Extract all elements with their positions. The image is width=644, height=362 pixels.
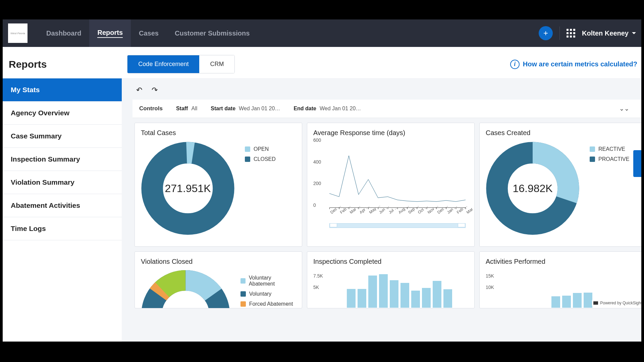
controls-bar: Controls StaffAll Start dateWed Jan 01 2… <box>132 100 641 118</box>
sidebar-item-violation-summary[interactable]: Violation Summary <box>3 171 122 194</box>
page-title: Reports <box>9 59 47 70</box>
segment-tab-crm[interactable]: CRM <box>199 55 234 73</box>
sidebar-item-case-summary[interactable]: Case Summary <box>3 125 122 148</box>
legend-item: REACTIVE <box>590 146 629 152</box>
card-violations-closed: Violations Closed Voluntary AbatementVol… <box>135 251 302 308</box>
card-title: Total Cases <box>141 129 296 137</box>
staff-filter[interactable]: StaffAll <box>176 106 197 112</box>
sidebar-item-abatement-activities[interactable]: Abatement Activities <box>3 194 122 217</box>
legend-item: PROACTIVE <box>590 156 629 162</box>
topbar: West Peoria DashboardReportsCasesCustome… <box>3 19 641 47</box>
total-cases-donut: 271.951K <box>141 141 235 235</box>
violations-closed-donut <box>141 267 230 308</box>
total-cases-value: 271.951K <box>165 182 211 195</box>
inspections-barchart: 5K7.5K <box>313 269 468 308</box>
separator <box>559 26 560 40</box>
card-title: Inspections Completed <box>313 258 468 265</box>
sidebar-item-inspection-summary[interactable]: Inspection Summary <box>3 148 122 171</box>
collapse-controls-icon[interactable]: ⌄⌄ <box>619 105 629 112</box>
nav-tab-reports[interactable]: Reports <box>89 19 131 47</box>
org-logo: West Peoria <box>8 23 28 43</box>
cases-created-donut: 16.982K <box>486 141 580 235</box>
subheader: Reports Code EnforcementCRM i How are ce… <box>3 47 641 78</box>
main-content: ↶ ↷ Controls StaffAll Start dateWed Jan … <box>122 78 641 342</box>
card-cases-created: Cases Created 16.982K REACTIVEPROACTIVE <box>479 123 641 247</box>
nav-tab-customer-submissions[interactable]: Customer Submissions <box>167 19 258 47</box>
card-total-cases: Total Cases 271.951K OPENCLOSED <box>135 123 302 247</box>
controls-label: Controls <box>139 105 163 112</box>
card-activities: Activities Performed 10K15K Powered by Q… <box>479 251 641 308</box>
card-title: Cases Created <box>486 129 641 137</box>
card-inspections: Inspections Completed 5K7.5K <box>307 251 475 308</box>
card-title: Average Response time (days) <box>313 129 468 137</box>
info-link-label: How are certain metrics calculated? <box>523 60 637 68</box>
card-title: Activities Performed <box>486 258 641 265</box>
segment-tab-code-enforcement[interactable]: Code Enforcement <box>127 55 199 73</box>
legend-item: Voluntary <box>240 291 296 297</box>
start-date-filter[interactable]: Start dateWed Jan 01 20… <box>211 106 280 112</box>
user-menu[interactable]: Kolten Keeney <box>582 29 636 37</box>
apps-grid-icon[interactable] <box>567 29 575 38</box>
sidebar-item-time-logs[interactable]: Time Logs <box>3 217 122 240</box>
sidebar-item-agency-overview[interactable]: Agency Overview <box>3 102 122 125</box>
report-toolbar: ↶ ↷ <box>132 84 641 100</box>
sidebar-item-my-stats[interactable]: My Stats <box>3 78 122 102</box>
undo-button[interactable]: ↶ <box>135 85 144 95</box>
powered-by-label: Powered by QuickSight <box>592 300 641 306</box>
legend-item: CLOSED <box>245 156 276 162</box>
chevron-down-icon <box>632 32 636 34</box>
help-side-tab[interactable] <box>633 150 641 177</box>
add-button[interactable]: + <box>539 26 553 40</box>
cases-created-value: 16.982K <box>513 182 552 195</box>
nav-tab-cases[interactable]: Cases <box>131 19 167 47</box>
time-range-slider[interactable] <box>329 223 466 228</box>
metrics-info-link[interactable]: i How are certain metrics calculated? <box>510 60 637 69</box>
nav-tabs: DashboardReportsCasesCustomer Submission… <box>38 19 258 47</box>
legend-item: Forced Abatement <box>240 301 296 307</box>
legend-item: Voluntary Abatement <box>240 275 296 287</box>
user-name-label: Kolten Keeney <box>582 29 629 37</box>
redo-button[interactable]: ↷ <box>150 85 159 95</box>
info-icon: i <box>510 60 520 69</box>
legend-item: OPEN <box>245 146 276 152</box>
sidebar: My StatsAgency OverviewCase SummaryInspe… <box>3 78 122 342</box>
card-avg-response: Average Response time (days) 0200400600D… <box>307 123 475 247</box>
end-date-filter[interactable]: End dateWed Jan 01 20… <box>293 106 361 112</box>
card-title: Violations Closed <box>141 258 296 265</box>
avg-response-linechart: 0200400600Dec …Feb …Mar …Apr …May …Jun …… <box>313 140 468 224</box>
segment-tabs: Code EnforcementCRM <box>127 55 235 73</box>
nav-tab-dashboard[interactable]: Dashboard <box>38 19 89 47</box>
